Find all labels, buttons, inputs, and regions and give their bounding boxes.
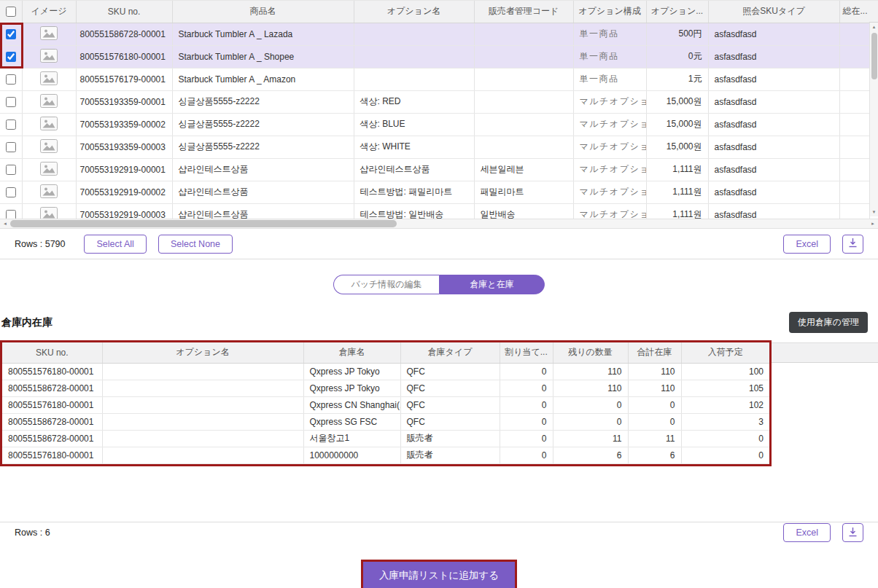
warehouse-table-row[interactable]: 800551586728-00001 Qxpress SG FSC QFC 0 …: [2, 413, 769, 430]
sku-table-row[interactable]: 800551576180-00001 Starbuck Tumbler A _ …: [0, 45, 869, 68]
wh-sku-cell: 800551576180-00001: [2, 447, 102, 463]
download-button[interactable]: [842, 235, 863, 254]
total-stock-cell: [839, 158, 869, 181]
row-checkbox-cell: [0, 23, 22, 45]
image-cell: [22, 136, 76, 158]
wh-col-header-incoming: 入荷予定: [681, 342, 769, 363]
download-icon: [848, 527, 858, 539]
image-placeholder-icon: [40, 71, 58, 85]
horizontal-scroll-track: [10, 219, 868, 229]
wh-col-header-total-stock: 合計在庫: [628, 342, 681, 363]
row-checkbox-cell: [0, 158, 22, 181]
option-price-cell: 1,111원: [646, 181, 708, 203]
wh-incoming-cell: 100: [681, 363, 769, 380]
option-name-cell: 색상: BLUE: [354, 113, 474, 136]
add-to-inbound-request-button[interactable]: 入庫申請リストに追加する: [363, 562, 515, 588]
image-cell: [22, 23, 76, 45]
sku-table-row[interactable]: 700553192919-00002 샵라인테스트상품 테스트방법: 패밀리마트…: [0, 181, 869, 203]
select-none-button[interactable]: Select None: [158, 235, 233, 254]
sku-cell: 700553193359-00002: [76, 113, 172, 136]
seller-code-cell: [474, 45, 573, 68]
col-header-seller-code: 販売者管理コード: [474, 1, 573, 23]
select-all-button[interactable]: Select All: [84, 235, 146, 254]
option-price-cell: 1,111원: [646, 203, 708, 219]
image-placeholder-icon: [40, 207, 58, 219]
col-header-sku: SKU no.: [76, 1, 172, 23]
sku-type-cell: asfasdfasd: [708, 203, 839, 219]
sku-type-cell: asfasdfasd: [708, 45, 839, 68]
row-checkbox-cell: [0, 181, 22, 203]
warehouse-table-row[interactable]: 800551586728-00001 Qxpress JP Tokyo QFC …: [2, 380, 769, 396]
tab-warehouse-stock[interactable]: 倉庫と在庫: [439, 275, 545, 294]
option-name-cell: 테스트방법: 일반배송: [354, 203, 474, 219]
sku-table-row[interactable]: 800551586728-00001 Starbuck Tumbler A _ …: [0, 23, 869, 45]
row-select-checkbox[interactable]: [6, 119, 16, 130]
product-name-cell: 샵라인테스트상품: [172, 158, 354, 181]
vertical-scrollbar[interactable]: ▲ ▼: [869, 23, 878, 216]
row-select-checkbox[interactable]: [6, 165, 16, 175]
scroll-left-arrow-icon[interactable]: ◄: [0, 222, 10, 226]
option-name-cell: 색상: RED: [354, 90, 474, 113]
sku-table-row[interactable]: 800551576179-00001 Starbuck Tumbler A _ …: [0, 68, 869, 90]
sku-table-row[interactable]: 700553192919-00001 샵라인테스트상품 샵라인테스트상품 세븐일…: [0, 158, 869, 181]
scroll-right-arrow-icon[interactable]: ►: [868, 222, 878, 226]
rows-count: Rows : 6: [15, 528, 50, 538]
row-select-checkbox[interactable]: [6, 142, 16, 152]
excel-export-button[interactable]: Excel: [783, 523, 831, 542]
download-button[interactable]: [842, 523, 863, 542]
total-stock-cell: [839, 45, 869, 68]
total-stock-cell: [839, 181, 869, 203]
sku-type-cell: asfasdfasd: [708, 158, 839, 181]
row-select-checkbox[interactable]: [6, 210, 16, 219]
sku-table-row[interactable]: 700553193359-00002 싱글상품5555-z2222 색상: BL…: [0, 113, 869, 136]
sku-table-row[interactable]: 700553192919-00003 샵라인테스트상품 테스트방법: 일반배송 …: [0, 203, 869, 219]
wh-remaining-cell: 0: [553, 413, 628, 430]
scroll-up-arrow-icon[interactable]: ▲: [870, 23, 878, 31]
option-composition-cell: 単一商品: [573, 68, 646, 90]
total-stock-cell: [839, 90, 869, 113]
warehouse-table-row[interactable]: 800551576180-00001 1000000000 販売者 0 6 6 …: [2, 447, 769, 463]
vertical-scroll-thumb[interactable]: [871, 33, 877, 79]
sku-table-header-row: イメージ SKU no. 商品名 オプション名 販売者管理コード オプション構成…: [0, 1, 869, 23]
wh-sku-cell: 800551576180-00001: [2, 396, 102, 413]
option-name-cell: 샵라인테스트상품: [354, 158, 474, 181]
sku-table-row[interactable]: 700553193359-00001 싱글상품5555-z2222 색상: RE…: [0, 90, 869, 113]
row-select-checkbox[interactable]: [6, 97, 16, 107]
total-stock-cell: [839, 113, 869, 136]
horizontal-scrollbar[interactable]: ◄ ►: [0, 219, 878, 229]
row-select-checkbox[interactable]: [6, 187, 16, 197]
row-select-checkbox[interactable]: [6, 29, 16, 39]
wh-warehouse-type-cell: QFC: [400, 413, 500, 430]
warehouse-table-highlight-box: SKU no. オプション名 倉庫名 倉庫タイプ 割り当て... 残りの数量 合…: [0, 340, 772, 466]
total-stock-cell: [839, 203, 869, 219]
image-placeholder-icon: [40, 162, 58, 176]
option-composition-cell: マルチオプション: [573, 158, 646, 181]
warehouse-table-header-row: SKU no. オプション名 倉庫名 倉庫タイプ 割り当て... 残りの数量 合…: [2, 342, 769, 363]
wh-option-cell: [102, 413, 303, 430]
image-cell: [22, 45, 76, 68]
wh-warehouse-type-cell: 販売者: [400, 447, 500, 463]
warehouse-table-row[interactable]: 800551576180-00001 Qxpress JP Tokyo QFC …: [2, 363, 769, 380]
option-composition-cell: マルチオプション: [573, 136, 646, 158]
excel-export-button[interactable]: Excel: [783, 235, 831, 254]
horizontal-scroll-thumb[interactable]: [10, 220, 397, 227]
scroll-down-arrow-icon[interactable]: ▼: [870, 208, 878, 216]
select-all-checkbox[interactable]: [6, 7, 16, 17]
image-placeholder-icon: [40, 117, 58, 130]
warehouse-table-row[interactable]: 800551586728-00001 서울창고1 販売者 0 11 11 0: [2, 430, 769, 447]
manage-warehouses-button[interactable]: 使用倉庫の管理: [789, 312, 868, 333]
col-header-option-composition: オプション構成: [573, 1, 646, 23]
sku-table-row[interactable]: 700553193359-00003 싱글상품5555-z2222 색상: WH…: [0, 136, 869, 158]
option-composition-cell: 単一商品: [573, 45, 646, 68]
warehouse-table-row[interactable]: 800551576180-00001 Qxpress CN Shanghai(.…: [2, 396, 769, 413]
row-select-checkbox[interactable]: [6, 52, 16, 62]
wh-allocated-cell: 0: [500, 413, 553, 430]
tab-batch-edit[interactable]: バッチ情報の編集: [333, 275, 439, 294]
option-name-cell: 테스트방법: 패밀리마트: [354, 181, 474, 203]
wh-col-header-allocated: 割り当て...: [500, 342, 553, 363]
wh-warehouse-type-cell: QFC: [400, 396, 500, 413]
image-cell: [22, 90, 76, 113]
wh-total-stock-cell: 110: [628, 363, 681, 380]
row-select-checkbox[interactable]: [6, 74, 16, 85]
sku-type-cell: asfasdfasd: [708, 181, 839, 203]
